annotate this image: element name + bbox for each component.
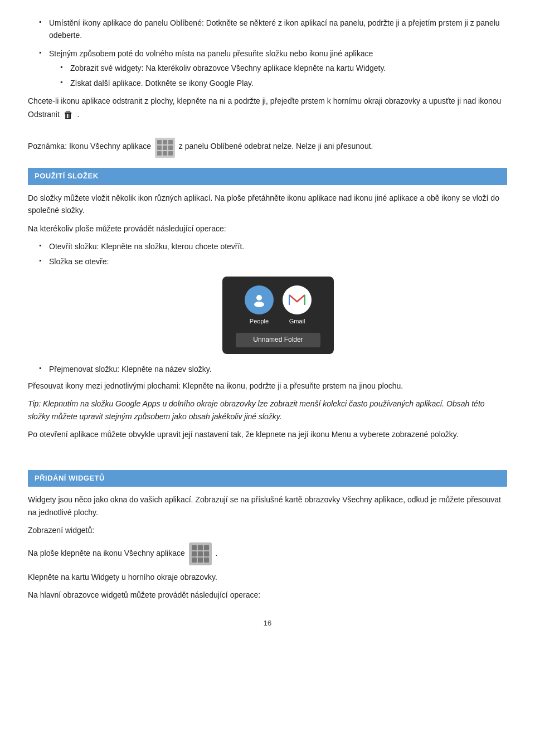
apps-icon-small: [155, 135, 175, 158]
bullet1-text: Zobrazit své widgety: Na kterékoliv obra…: [70, 64, 386, 72]
pouziti-p1: Do složky můžete vložit několik ikon růz…: [28, 192, 507, 217]
widgety-p4: Klepněte na kartu Widgety u horního okra…: [28, 571, 507, 583]
folder-image-wrapper: People Gmail: [49, 277, 507, 354]
app-col-people: People: [245, 285, 274, 327]
people-label: People: [250, 317, 269, 327]
folder-icons-row: People Gmail: [245, 285, 312, 327]
svg-rect-2: [289, 294, 305, 306]
app-col-gmail: Gmail: [283, 285, 312, 327]
bullet2-text: Získat další aplikace. Dotkněte se ikony…: [70, 79, 254, 88]
para1-text: Umístění ikony aplikace do panelu Oblíbe…: [49, 18, 500, 40]
gmail-icon: [283, 285, 312, 314]
widgety-p1: Widgety jsou něco jako okna do vašich ap…: [28, 493, 507, 518]
bullet-rename-text: Přejmenovat složku: Klepněte na název sl…: [49, 365, 212, 374]
pouziti-p2: Na kterékoliv ploše můžete provádět násl…: [28, 222, 507, 235]
tip-italic: Tip: Klepnutím na složku Google Apps u d…: [28, 398, 507, 423]
trash-icon: 🗑: [64, 107, 74, 123]
section-widgety-header: PŘIDÁNÍ WIDGETŮ: [28, 470, 507, 487]
menu-text: Po otevření aplikace můžete obvykle upra…: [28, 428, 507, 440]
widgety-p2: Zobrazení widgetů:: [28, 524, 507, 536]
section-pouziti-header: POUŽITÍ SLOŽEK: [28, 168, 507, 185]
para2-text: Stejným způsobem poté do volného místa n…: [49, 49, 373, 58]
bullet-folder-opens-text: Složka se otevře:: [49, 257, 109, 266]
folder-image: People Gmail: [222, 277, 334, 354]
remove-icon-para: Chcete-li ikonu aplikace odstranit z plo…: [28, 95, 507, 123]
folder-name-bar: Unnamed Folder: [236, 333, 320, 347]
move-icons-text: Přesouvat ikony mezi jednotlivými plocha…: [28, 380, 507, 392]
svg-point-1: [254, 302, 264, 307]
page-number: 16: [28, 618, 507, 629]
bullet-open-text: Otevřít složku: Klepněte na složku, kter…: [49, 242, 244, 251]
gmail-label: Gmail: [289, 317, 305, 327]
note-para: Poznámka: Ikonu Všechny aplikace z panel…: [28, 135, 507, 158]
apps-icon-large-inline: [189, 542, 212, 565]
widgety-p3: Na ploše klepněte na ikonu Všechny aplik…: [28, 542, 507, 565]
svg-point-0: [256, 295, 262, 301]
widgety-p5: Na hlavní obrazovce widgetů můžete prová…: [28, 589, 507, 601]
people-icon: [245, 285, 274, 314]
